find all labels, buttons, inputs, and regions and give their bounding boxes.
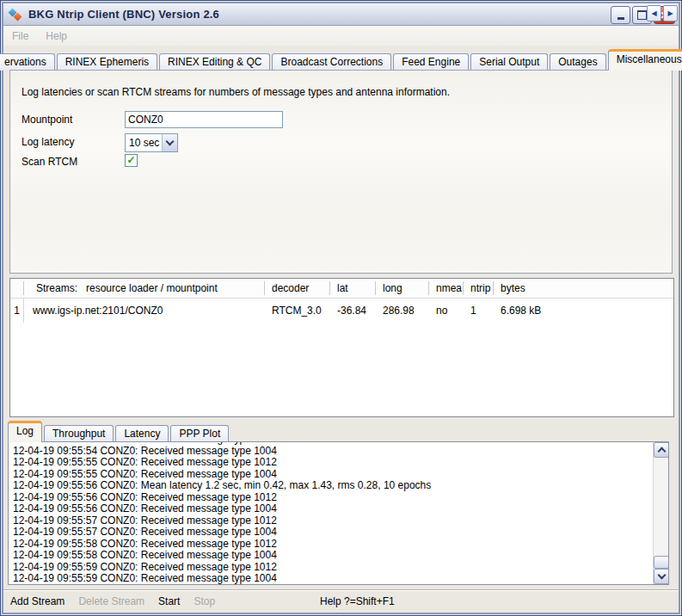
miscellaneous-panel: Log latencies or scan RTCM streams for n…	[9, 70, 673, 274]
cell-5: no	[429, 305, 464, 317]
tab-scroll-left-button[interactable]: ◀	[647, 5, 661, 22]
log-output-panel[interactable]: 12-04-19 09:55:54 CONZ0: Received messag…	[8, 441, 669, 585]
log-line: 12-04-19 09:55:59 CONZ0: Received messag…	[13, 562, 653, 574]
tab-broadcast-corrections[interactable]: Broadcast Corrections	[272, 53, 391, 71]
window-title: BKG Ntrip Client (BNC) Version 2.6	[28, 8, 219, 21]
log-line: 12-04-19 09:55:58 CONZ0: Received messag…	[13, 550, 653, 562]
tab-scroll-right-icon: ▶	[667, 9, 673, 17]
tab-feed-engine[interactable]: Feed Engine	[393, 53, 469, 71]
chevron-down-icon	[166, 138, 175, 146]
log-scrollbar[interactable]	[653, 442, 668, 584]
log-latency-label: Log latency	[22, 136, 74, 148]
app-window: BKG Ntrip Client (BNC) Version 2.6 ✕ Fil…	[0, 0, 682, 616]
tab-ervations[interactable]: ervations	[0, 53, 55, 71]
tab-outages[interactable]: Outages	[550, 53, 605, 71]
column-header-decoder[interactable]: decoder	[265, 281, 330, 295]
cell-3: -36.84	[330, 305, 376, 317]
app-icon	[9, 8, 23, 22]
log-line: 12-04-19 09:55:55 CONZ0: Received messag…	[13, 457, 653, 469]
tab-scroll-buttons: ◀ ▶	[647, 5, 678, 22]
log-line: 12-04-19 09:55:57 CONZ0: Received messag…	[13, 515, 653, 527]
menu-item-file[interactable]: File	[3, 30, 37, 42]
cell-7: 6.698 kB	[494, 305, 673, 317]
column-header-bytes[interactable]: bytes	[494, 281, 673, 295]
column-header-ntrip[interactable]: ntrip	[464, 281, 494, 295]
add-stream-button[interactable]: Add Stream	[10, 595, 65, 607]
log-line: 12-04-19 09:55:56 CONZ0: Received messag…	[13, 503, 653, 515]
tab-rinex-ephemeris[interactable]: RINEX Ephemeris	[57, 53, 157, 71]
column-header-streams-resource-loader-mountpoint[interactable]: Streams: resource loader / mountpoint	[24, 281, 265, 295]
tab-serial-output[interactable]: Serial Output	[470, 53, 548, 71]
tab-ppp-plot[interactable]: PPP Plot	[170, 425, 229, 442]
tab-miscellaneous[interactable]: Miscellaneous	[608, 49, 682, 71]
table-row[interactable]: 1www.igs-ip.net:2101/CONZ0RTCM_3.0-36.84…	[10, 299, 673, 323]
main-tabstrip-tabs: ervationsRINEX EphemerisRINEX Editing & …	[7, 49, 682, 71]
cell-1: www.igs-ip.net:2101/CONZ0	[24, 305, 265, 317]
log-lines: 12-04-19 09:55:54 CONZ0: Received messag…	[9, 442, 653, 584]
streams-rows: 1www.igs-ip.net:2101/CONZ0RTCM_3.0-36.84…	[10, 299, 673, 323]
scroll-down-button[interactable]	[654, 569, 669, 584]
column-header-lat[interactable]: lat	[330, 281, 376, 295]
log-line: 12-04-19 09:55:57 CONZ0: Received messag…	[13, 527, 653, 539]
log-line: 12-04-19 09:55:58 CONZ0: Received messag…	[13, 539, 653, 551]
help-shortcut-label: Help ?=Shift+F1	[320, 595, 395, 607]
tab-scroll-left-icon: ◀	[651, 9, 656, 17]
mountpoint-label: Mountpoint	[22, 114, 72, 126]
delete-stream-button: Delete Stream	[78, 595, 144, 607]
scan-rtcm-checkbox[interactable]: ✓	[125, 154, 138, 167]
check-icon: ✓	[126, 155, 135, 165]
streams-header-row: Streams: resource loader / mountpointdec…	[10, 279, 673, 299]
log-line: 12-04-19 09:55:55 CONZ0: Received messag…	[13, 469, 653, 481]
streams-table: Streams: resource loader / mountpointdec…	[9, 278, 674, 417]
stop-button: Stop	[194, 595, 215, 607]
menu-item-help[interactable]: Help	[37, 30, 76, 42]
log-tabstrip: LogThroughputLatencyPPP Plot	[8, 422, 230, 442]
cell-2: RTCM_3.0	[265, 305, 330, 317]
tab-throughput[interactable]: Throughput	[44, 425, 114, 442]
menu-bar: FileHelp	[3, 26, 679, 46]
cell-4: 286.98	[376, 305, 429, 317]
chevron-up-icon	[657, 447, 666, 456]
main-tabstrip: ervationsRINEX EphemerisRINEX Editing & …	[3, 50, 679, 71]
tab-rinex-editing-qc[interactable]: RINEX Editing & QC	[159, 53, 270, 71]
tab-scroll-right-button[interactable]: ▶	[663, 5, 678, 22]
tab-latency[interactable]: Latency	[115, 425, 169, 442]
log-line: 12-04-19 09:55:56 CONZ0: Received messag…	[13, 492, 653, 504]
log-line: 12-04-19 09:55:59 CONZ0: Received messag…	[13, 573, 653, 584]
column-header-row-number[interactable]	[10, 281, 24, 295]
minimize-button[interactable]	[611, 6, 630, 24]
column-header-nmea[interactable]: nmea	[429, 281, 464, 295]
tab-log[interactable]: Log	[8, 421, 42, 442]
title-bar[interactable]: BKG Ntrip Client (BNC) Version 2.6 ✕	[3, 3, 679, 26]
mountpoint-input[interactable]	[125, 111, 283, 128]
combo-dropdown-button[interactable]	[162, 134, 177, 151]
maximize-icon	[637, 10, 647, 20]
chevron-down-icon	[657, 571, 666, 580]
cell-6: 1	[464, 305, 494, 317]
log-latency-value: 10 sec	[129, 137, 159, 149]
start-button[interactable]: Start	[158, 595, 180, 607]
panel-description: Log latencies or scan RTCM streams for n…	[22, 86, 450, 98]
minimize-icon	[617, 17, 624, 20]
log-latency-select[interactable]: 10 sec	[125, 133, 178, 152]
scan-rtcm-label: Scan RTCM	[22, 156, 77, 168]
column-header-long[interactable]: long	[376, 281, 429, 295]
log-line: 12-04-19 09:55:56 CONZ0: Mean latency 1.…	[13, 480, 653, 492]
scrollbar-thumb[interactable]	[654, 556, 669, 569]
bottom-action-bar: Add StreamDelete StreamStartStopHelp ?=S…	[3, 589, 679, 613]
log-line: 12-04-19 09:55:54 CONZ0: Received messag…	[13, 446, 653, 458]
scroll-up-button[interactable]	[654, 442, 669, 458]
cell-0: 1	[10, 299, 24, 323]
